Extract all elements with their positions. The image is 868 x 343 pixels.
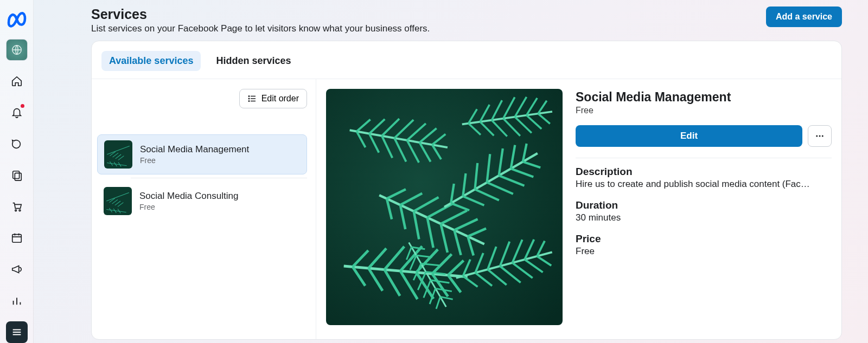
svg-rect-2 bbox=[15, 173, 21, 180]
more-button[interactable] bbox=[808, 125, 832, 147]
svg-point-29 bbox=[822, 135, 824, 137]
svg-point-6 bbox=[248, 96, 250, 97]
meta-logo-icon[interactable] bbox=[6, 8, 28, 29]
list-icon bbox=[247, 94, 257, 103]
svg-point-8 bbox=[248, 101, 250, 102]
chart-icon[interactable] bbox=[6, 290, 28, 312]
megaphone-icon[interactable] bbox=[6, 258, 28, 280]
svg-rect-5 bbox=[12, 235, 21, 243]
edit-order-label: Edit order bbox=[261, 94, 299, 103]
service-thumbnail bbox=[104, 187, 132, 215]
service-title: Social Media Consulting bbox=[139, 191, 238, 202]
ellipsis-icon bbox=[815, 131, 825, 141]
service-preview-image bbox=[326, 89, 563, 325]
svg-point-3 bbox=[15, 210, 16, 211]
menu-icon[interactable] bbox=[6, 321, 28, 343]
duration-text: 30 minutes bbox=[576, 212, 814, 223]
edit-button[interactable]: Edit bbox=[576, 125, 802, 147]
detail-subtitle: Free bbox=[576, 106, 832, 115]
list-item[interactable]: Social Media Management Free bbox=[97, 134, 307, 174]
price-label: Price bbox=[576, 233, 832, 245]
detail-title: Social Media Management bbox=[576, 90, 832, 105]
service-thumbnail bbox=[104, 140, 132, 169]
svg-rect-1 bbox=[12, 171, 19, 178]
duration-label: Duration bbox=[576, 199, 832, 211]
add-service-button[interactable]: Add a service bbox=[766, 7, 842, 27]
bell-icon[interactable] bbox=[6, 102, 28, 124]
tab-available[interactable]: Available services bbox=[101, 51, 201, 71]
svg-point-28 bbox=[819, 135, 821, 137]
list-item[interactable]: Social Media Consulting Free bbox=[97, 182, 307, 221]
tab-hidden[interactable]: Hidden services bbox=[208, 51, 298, 71]
svg-point-7 bbox=[248, 98, 250, 99]
calendar-icon[interactable] bbox=[6, 227, 28, 249]
chat-icon[interactable] bbox=[6, 133, 28, 155]
service-title: Social Media Management bbox=[140, 144, 249, 155]
price-text: Free bbox=[576, 246, 814, 257]
edit-order-button[interactable]: Edit order bbox=[239, 89, 307, 108]
page-subtitle: List services on your Facebook Page to l… bbox=[91, 23, 430, 34]
service-price: Free bbox=[140, 156, 249, 165]
page-title: Services bbox=[91, 7, 430, 22]
svg-point-27 bbox=[816, 135, 818, 137]
pages-icon[interactable] bbox=[6, 165, 28, 186]
description-label: Description bbox=[576, 166, 832, 178]
notification-dot bbox=[21, 104, 24, 108]
description-text: Hire us to create and publish social med… bbox=[576, 179, 814, 190]
cart-icon[interactable] bbox=[6, 196, 28, 218]
svg-point-4 bbox=[19, 210, 21, 211]
page-avatar[interactable] bbox=[6, 39, 28, 61]
service-price: Free bbox=[139, 203, 238, 211]
services-panel: Available services Hidden services Edit … bbox=[91, 41, 842, 340]
home-icon[interactable] bbox=[6, 70, 28, 92]
